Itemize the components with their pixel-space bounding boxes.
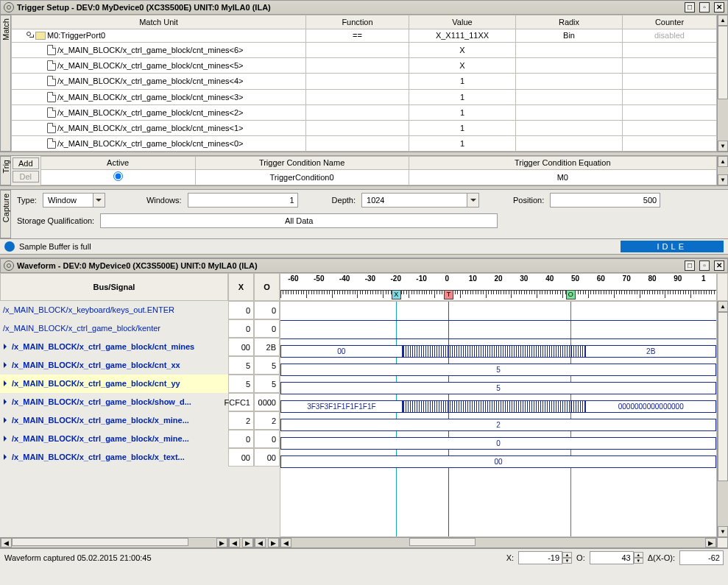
signal-row[interactable]: /x_MAIN_BLOCK/x_ctrl_game_block/cnt_xx: [0, 356, 228, 375]
scroll-up-icon[interactable]: ▲: [718, 15, 728, 26]
o-value: 00: [254, 448, 280, 467]
trig-tab[interactable]: Trig: [0, 156, 11, 185]
restore-icon[interactable]: □: [685, 260, 695, 271]
time-ruler[interactable]: -60-50-40-30-20-1001020304050607080901: [280, 273, 717, 301]
wave-lane[interactable]: 00: [280, 453, 716, 471]
wave-lane[interactable]: 2: [280, 416, 716, 434]
cursor-tag-o: O: [566, 290, 576, 299]
signal-name: /x_MAIN_BLOCK/x_ctrl_game_block/show_d..…: [12, 397, 191, 406]
scroll-down-icon[interactable]: ▼: [718, 526, 728, 537]
o-hscroll[interactable]: ◀▶: [254, 537, 280, 548]
restore-icon[interactable]: □: [685, 2, 695, 13]
col-o: O: [254, 273, 280, 301]
sig-hscroll[interactable]: ◀▶: [0, 537, 228, 548]
add-button[interactable]: Add: [13, 157, 39, 169]
expand-icon[interactable]: [3, 417, 10, 424]
signal-row[interactable]: /x_MAIN_BLOCK/x_ctrl_game_block/x_mine..…: [0, 411, 228, 430]
o-pos-spinner[interactable]: ▲▼: [590, 551, 643, 564]
col-active: Active: [40, 157, 195, 170]
delta-label: Δ(X-O):: [648, 553, 675, 562]
match-row[interactable]: /x_MAIN_BLOCK/x_ctrl_game_block/cnt_mine…: [12, 104, 717, 120]
match-tab[interactable]: Match: [0, 15, 11, 152]
expand-icon[interactable]: [3, 454, 10, 461]
spin-up-icon[interactable]: ▲: [562, 552, 572, 558]
spin-down-icon[interactable]: ▼: [634, 558, 643, 564]
match-row[interactable]: /x_MAIN_BLOCK/x_ctrl_game_block/cnt_mine…: [12, 58, 717, 74]
maximize-icon[interactable]: ▫: [699, 2, 710, 13]
depth-dropdown[interactable]: 1024: [361, 193, 479, 208]
o-value: 5: [254, 375, 280, 393]
type-label: Type:: [17, 196, 37, 205]
signal-row[interactable]: /x_MAIN_BLOCK/x_ctrl_game_block/cnt_mine…: [0, 338, 228, 356]
col-trig-eq: Trigger Condition Equation: [409, 157, 716, 170]
match-row[interactable]: /x_MAIN_BLOCK/x_ctrl_game_block/cnt_mine…: [12, 120, 717, 135]
o-value: 0: [254, 301, 280, 319]
wave-lane[interactable]: [280, 305, 716, 324]
spin-up-icon[interactable]: ▲: [634, 552, 643, 558]
scroll-up-icon[interactable]: ▲: [718, 301, 728, 312]
capture-tab[interactable]: Capture: [0, 190, 11, 238]
chevron-down-icon[interactable]: [93, 194, 105, 207]
match-scroll-v[interactable]: ▲ ▼: [717, 15, 728, 152]
storage-button[interactable]: All Data: [100, 213, 498, 228]
x-value: 00: [228, 448, 254, 467]
signal-row[interactable]: /x_MAIN_BLOCK/x_ctrl_game_block/show_d..…: [0, 393, 228, 411]
doc-icon: [47, 76, 56, 86]
x-hscroll[interactable]: ◀▶: [228, 537, 254, 548]
wave-lane[interactable]: [280, 324, 716, 342]
maximize-icon[interactable]: ▫: [699, 260, 710, 271]
wave-scroll-v[interactable]: ▲ ▼: [717, 301, 728, 537]
wave-hscroll[interactable]: ◀▶: [280, 537, 717, 548]
o-value: 2: [254, 411, 280, 430]
wave-lane[interactable]: 3F3F3F1F1F1F1F1F0000000000000000: [280, 397, 716, 416]
match-row[interactable]: /x_MAIN_BLOCK/x_ctrl_game_block/cnt_mine…: [12, 74, 717, 89]
expand-icon[interactable]: [3, 344, 10, 350]
trig-scroll-v[interactable]: ▲ ▼: [717, 156, 728, 185]
match-row[interactable]: /x_MAIN_BLOCK/x_ctrl_game_block/cnt_mine…: [12, 89, 717, 104]
wave-lane[interactable]: 5: [280, 379, 716, 397]
match-row[interactable]: /x_MAIN_BLOCK/x_ctrl_game_block/cnt_mine…: [12, 43, 717, 58]
signal-name: /x_MAIN_BLOCK/x_ctrl_game_block/x_text..…: [12, 453, 185, 461]
trig-row[interactable]: TriggerCondition0 M0: [40, 169, 716, 185]
close-icon[interactable]: ✕: [714, 260, 724, 271]
scroll-down-icon[interactable]: ▼: [718, 141, 728, 152]
expand-icon[interactable]: [3, 436, 10, 442]
signal-row[interactable]: /x_MAIN_BLOCK/x_keyboard/keys_out.ENTER: [0, 301, 228, 319]
scroll-up-icon[interactable]: ▲: [718, 156, 728, 167]
active-radio[interactable]: [113, 171, 123, 181]
type-dropdown[interactable]: Window: [43, 193, 105, 208]
x-pos-spinner[interactable]: ▲▼: [518, 551, 572, 564]
signal-row[interactable]: /x_MAIN_BLOCK/x_ctrl_game_block/cnt_yy: [0, 375, 228, 393]
signal-name: /x_MAIN_BLOCK/x_ctrl_game_block/kenter: [3, 324, 160, 333]
col-x: X: [228, 273, 254, 301]
signal-row[interactable]: /x_MAIN_BLOCK/x_ctrl_game_block/x_text..…: [0, 448, 228, 467]
spin-down-icon[interactable]: ▼: [562, 558, 572, 564]
ruler-scroll-end: [717, 273, 728, 301]
signal-row[interactable]: /x_MAIN_BLOCK/x_ctrl_game_block/kenter: [0, 319, 228, 338]
match-row[interactable]: /x_MAIN_BLOCK/x_ctrl_game_block/cnt_mine…: [12, 135, 717, 151]
col-bus-signal: Bus/Signal: [0, 273, 228, 301]
wave-lane[interactable]: 002B: [280, 342, 716, 361]
chevron-down-icon[interactable]: [467, 194, 478, 207]
waveform-title-text: Waveform - DEV:0 MyDevice0 (XC3S500E) UN…: [17, 261, 258, 270]
doc-icon: [47, 138, 56, 149]
doc-icon: [47, 92, 56, 102]
expand-icon[interactable]: [3, 362, 10, 369]
waveform-status: Waveform captured 05.02.2015 21:00:45: [4, 553, 152, 562]
match-root-row[interactable]: M0:TriggerPort0 == X_X111_11XX Bin disab…: [12, 29, 717, 43]
wave-lane[interactable]: 5: [280, 361, 716, 379]
scroll-down-icon[interactable]: ▼: [718, 174, 728, 185]
del-button[interactable]: Del: [13, 171, 39, 182]
x-value: 5: [228, 375, 254, 393]
windows-label: Windows:: [146, 196, 182, 205]
expand-icon[interactable]: [3, 399, 10, 405]
close-icon[interactable]: ✕: [714, 2, 724, 13]
position-input[interactable]: [550, 193, 660, 208]
expand-icon[interactable]: [3, 380, 10, 387]
status-led-icon: [4, 241, 15, 252]
windows-input[interactable]: [188, 193, 298, 208]
signal-row[interactable]: /x_MAIN_BLOCK/x_ctrl_game_block/x_mine..…: [0, 430, 228, 448]
match-unit-table: Match Unit Function Value Radix Counter …: [11, 15, 717, 152]
trigger-panel-title: Trigger Setup - DEV:0 MyDevice0 (XC3S500…: [0, 0, 728, 15]
wave-lane[interactable]: 0: [280, 434, 716, 453]
